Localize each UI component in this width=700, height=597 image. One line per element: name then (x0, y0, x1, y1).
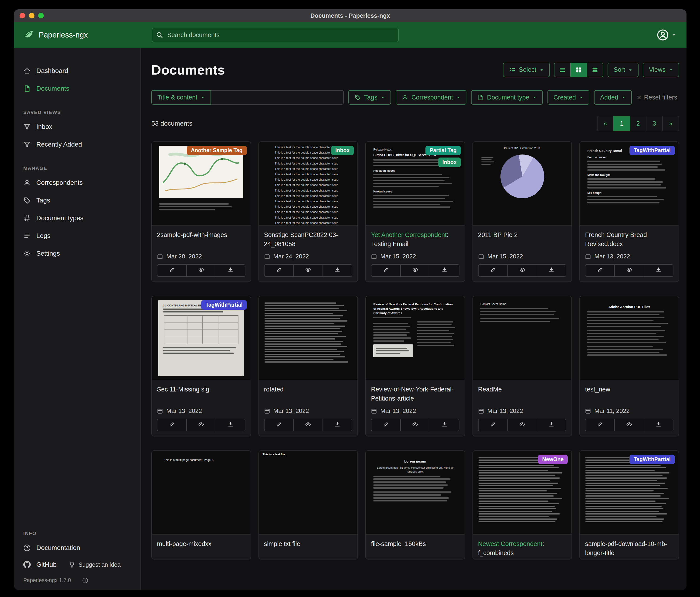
preview-button[interactable] (400, 264, 430, 277)
preview-button[interactable] (186, 419, 216, 431)
document-title[interactable]: French Country Bread Revised.docx (585, 231, 673, 248)
sidebar-item-documents[interactable]: Documents (14, 80, 140, 97)
edit-button[interactable] (371, 264, 401, 277)
filter-added-dropdown[interactable]: Added (594, 90, 632, 104)
tag-badge[interactable]: Inbox (331, 146, 354, 155)
view-detail-button[interactable] (586, 63, 603, 77)
preview-button[interactable] (186, 264, 216, 277)
download-button[interactable] (644, 264, 673, 277)
document-thumbnail[interactable]: Patient BP Distribution 2011 (473, 142, 572, 226)
document-thumbnail[interactable]: Lorem ipsumLorem ipsum dolor sit amet, c… (366, 451, 465, 535)
edit-button[interactable] (371, 419, 401, 431)
document-correspondent[interactable]: Newest Correspondent (478, 540, 542, 547)
download-button[interactable] (323, 264, 352, 277)
sidebar-item-github[interactable]: GitHub (14, 557, 66, 573)
document-title[interactable]: ReadMe (478, 385, 567, 394)
tag-badge[interactable]: TagWithPartial (629, 455, 675, 464)
close-button[interactable] (20, 13, 25, 18)
edit-button[interactable] (585, 419, 615, 431)
download-button[interactable] (537, 419, 567, 431)
document-thumbnail[interactable]: TagWithPartial (580, 451, 679, 535)
document-title[interactable]: Sonstige ScanPC2022 03-24_081058 (264, 231, 353, 248)
sidebar-item-logs[interactable]: Logs (14, 227, 140, 245)
sort-button[interactable]: Sort (607, 63, 639, 77)
zoom-button[interactable] (38, 13, 44, 18)
document-thumbnail[interactable]: Release NotesSimba ODBC Driver for SQL S… (366, 142, 465, 226)
document-title[interactable]: Newest Correspondent: f_combineds (478, 540, 567, 558)
search-input[interactable] (152, 28, 399, 42)
document-thumbnail[interactable]: This is a test for the double space char… (259, 142, 358, 226)
preview-button[interactable] (507, 264, 537, 277)
edit-button[interactable] (478, 264, 508, 277)
document-title[interactable]: multi-page-mixedxx (157, 540, 246, 549)
document-thumbnail[interactable]: This is a test file. (259, 451, 358, 535)
preview-button[interactable] (614, 264, 644, 277)
sidebar-item-tags[interactable]: Tags (14, 192, 140, 209)
document-thumbnail[interactable] (259, 296, 358, 380)
edit-button[interactable] (264, 264, 294, 277)
tag-badge[interactable]: Another Sample Tag (187, 146, 247, 155)
document-thumbnail[interactable]: Review of New York Federal Petitions for… (366, 296, 465, 380)
download-button[interactable] (644, 419, 673, 431)
document-thumbnail[interactable]: 11. CONTINUING MEDICAL EDUCATagWithParti… (152, 296, 251, 380)
info-icon[interactable] (82, 577, 88, 583)
document-title[interactable]: Sec 11-Missing sig (157, 385, 246, 394)
document-correspondent[interactable]: Yet Another Correspondent (371, 231, 447, 238)
sidebar-item-suggest-idea[interactable]: Suggest an idea (66, 557, 130, 573)
view-list-button[interactable] (554, 63, 571, 77)
document-thumbnail[interactable]: French Country BreadFor the LeavenMake t… (580, 142, 679, 226)
sidebar-item-inbox[interactable]: Inbox (14, 118, 140, 136)
pagination-page-1[interactable]: 1 (614, 116, 630, 131)
brand-link[interactable]: Paperless-ngx (14, 30, 141, 40)
preview-button[interactable] (293, 264, 323, 277)
download-button[interactable] (430, 419, 459, 431)
preview-button[interactable] (614, 419, 644, 431)
tag-badge[interactable]: TagWithPartial (629, 146, 675, 155)
edit-button[interactable] (478, 419, 508, 431)
filter-tags-dropdown[interactable]: Tags (348, 90, 391, 104)
preview-button[interactable] (400, 419, 430, 431)
document-title[interactable]: Yet Another Correspondent: Testing Email (371, 231, 459, 248)
sidebar-item-dashboard[interactable]: Dashboard (14, 62, 140, 80)
document-title[interactable]: rotated (264, 385, 353, 394)
edit-button[interactable] (157, 419, 187, 431)
sidebar-item-settings[interactable]: Settings (14, 245, 140, 262)
sidebar-item-documentation[interactable]: Documentation (14, 539, 140, 557)
document-thumbnail[interactable]: Adobe Acrobat PDF Files (580, 296, 679, 380)
download-button[interactable] (216, 419, 246, 431)
pagination-page-2[interactable]: 2 (630, 116, 646, 131)
download-button[interactable] (323, 419, 352, 431)
filter-field-dropdown[interactable]: Title & content (151, 90, 211, 104)
user-menu[interactable] (657, 29, 686, 41)
document-title[interactable]: simple txt file (264, 540, 353, 549)
edit-button[interactable] (264, 419, 294, 431)
document-title[interactable]: Review-of-New-York-Federal-Petitions-art… (371, 385, 459, 403)
document-thumbnail[interactable]: Another Sample Tag (152, 142, 251, 226)
reset-filters-button[interactable]: × Reset filters (637, 94, 679, 101)
tag-badge[interactable]: NewOne (538, 455, 568, 464)
preview-button[interactable] (507, 419, 537, 431)
pagination-page-3[interactable]: 3 (646, 116, 663, 131)
edit-button[interactable] (585, 264, 615, 277)
tag-badge[interactable]: TagWithPartial (201, 300, 247, 310)
document-title[interactable]: file-sample_150kBs (371, 540, 459, 549)
filter-created-dropdown[interactable]: Created (548, 90, 590, 104)
views-button[interactable]: Views (643, 63, 679, 77)
download-button[interactable] (537, 264, 567, 277)
filter-document-type-dropdown[interactable]: Document type (471, 90, 543, 104)
document-thumbnail[interactable]: Contact Sheet Demo (473, 296, 572, 380)
tag-badge[interactable]: Inbox (438, 158, 460, 167)
sidebar-item-document-types[interactable]: Document types (14, 209, 140, 227)
pagination-prev[interactable]: « (597, 116, 614, 131)
sidebar-item-recently-added[interactable]: Recently Added (14, 136, 140, 153)
download-button[interactable] (430, 264, 459, 277)
pagination-next[interactable]: » (662, 116, 679, 131)
minimize-button[interactable] (29, 13, 34, 18)
filter-correspondent-dropdown[interactable]: Correspondent (396, 90, 467, 104)
download-button[interactable] (216, 264, 246, 277)
document-title[interactable]: 2sample-pdf-with-images (157, 231, 246, 240)
document-title[interactable]: 2011 BP Pie 2 (478, 231, 567, 240)
sidebar-item-correspondents[interactable]: Correspondents (14, 174, 140, 192)
document-title[interactable]: test_new (585, 385, 673, 394)
document-title[interactable]: sample-pdf-download-10-mb-longer-title (585, 540, 673, 558)
